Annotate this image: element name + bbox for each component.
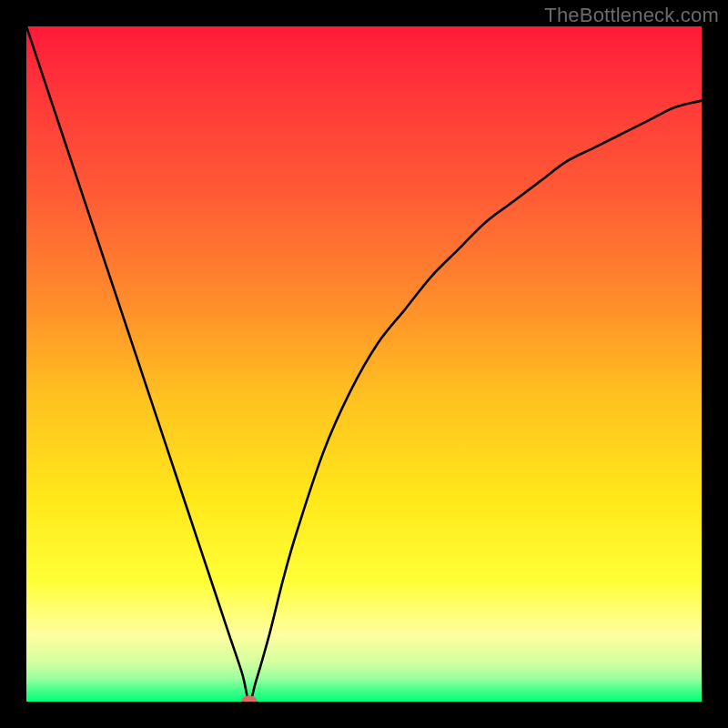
chart-frame: TheBottleneck.com [0, 0, 728, 728]
plot-svg [26, 26, 702, 702]
watermark-text: TheBottleneck.com [544, 4, 719, 27]
plot-area [26, 26, 702, 702]
